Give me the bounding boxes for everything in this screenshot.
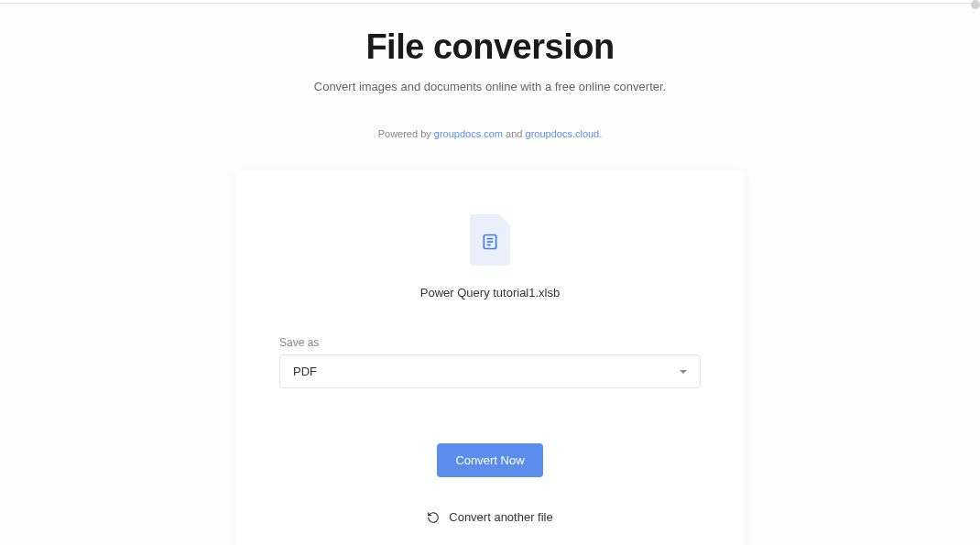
document-icon — [481, 233, 499, 251]
top-divider — [0, 3, 980, 4]
powered-prefix: Powered by — [378, 128, 434, 139]
refresh-icon — [427, 511, 440, 524]
chevron-down-icon — [680, 370, 687, 374]
save-as-label: Save as — [279, 336, 701, 349]
convert-button[interactable]: Convert Now — [437, 443, 542, 477]
scrollbar-thumb[interactable] — [971, 0, 980, 9]
format-dropdown[interactable]: PDF — [279, 354, 701, 388]
file-name: Power Query tutorial1.xlsb — [279, 286, 701, 300]
page-title: File conversion — [0, 27, 980, 67]
powered-mid: and — [503, 128, 525, 139]
powered-by: Powered by groupdocs.com and groupdocs.c… — [0, 128, 980, 139]
file-icon — [470, 214, 510, 266]
powered-suffix: . — [599, 128, 602, 139]
page-subtitle: Convert images and documents online with… — [0, 80, 980, 93]
convert-another-link[interactable]: Convert another file — [279, 510, 701, 524]
header: File conversion Convert images and docum… — [0, 0, 980, 139]
convert-another-label: Convert another file — [449, 510, 552, 524]
groupdocs-com-link[interactable]: groupdocs.com — [434, 128, 503, 139]
groupdocs-cloud-link[interactable]: groupdocs.cloud — [526, 128, 600, 139]
conversion-card: Power Query tutorial1.xlsb Save as PDF C… — [235, 170, 745, 545]
format-selected: PDF — [293, 365, 317, 378]
